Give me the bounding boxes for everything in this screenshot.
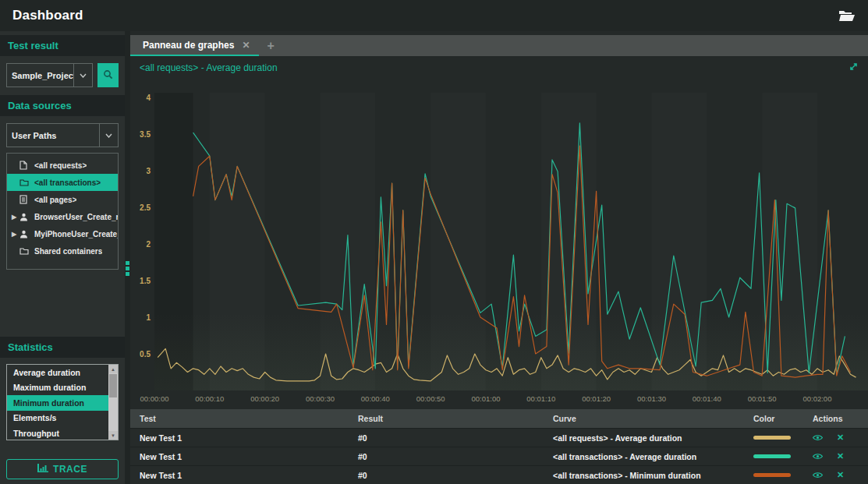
- actions-cell: ✕: [803, 451, 868, 461]
- toggle-visibility-icon[interactable]: [813, 472, 823, 479]
- x-axis-tick-label: 00:01:30: [637, 394, 666, 403]
- actions-cell: ✕: [803, 470, 868, 480]
- y-axis-tick-label: 2: [146, 240, 151, 249]
- result-id: #0: [349, 452, 544, 461]
- column-header: Result: [349, 414, 544, 423]
- bar-chart-icon: [37, 464, 48, 475]
- statistic-item[interactable]: Average duration: [7, 365, 108, 380]
- sidebar-splitter[interactable]: [125, 31, 130, 484]
- toggle-visibility-icon[interactable]: [813, 453, 823, 460]
- scrollbar[interactable]: ▲ ▼: [108, 365, 118, 440]
- y-axis-tick-label: 4: [146, 94, 151, 102]
- tab-bar: Panneau de graphes ✕ +: [130, 35, 868, 56]
- line-chart[interactable]: 0.511.522.533.54 00:00:0000:00:1000:00:2…: [130, 79, 868, 409]
- y-axis-tick-label: 3: [146, 167, 151, 175]
- tree-item[interactable]: <all transactions>: [7, 174, 118, 191]
- result-id: #0: [349, 433, 544, 443]
- x-axis-tick-label: 00:00:10: [195, 394, 224, 403]
- color-cell: [744, 436, 803, 440]
- open-folder-icon[interactable]: [838, 9, 856, 23]
- trace-button[interactable]: TRACE: [6, 459, 119, 479]
- caret-right-icon[interactable]: ▶: [12, 214, 19, 221]
- x-axis-tick-label: 00:01:50: [748, 394, 777, 403]
- tree-item[interactable]: <all pages>: [7, 191, 118, 208]
- x-axis-tick-label: 00:01:10: [526, 394, 555, 403]
- folder-icon: [19, 178, 30, 187]
- project-select[interactable]: Sample_Project - N: [6, 63, 93, 87]
- chevron-down-icon: [99, 124, 118, 147]
- tree-item[interactable]: Shared containers: [7, 242, 118, 260]
- table-row: New Test 1#0<all transactions> - Average…: [130, 447, 868, 465]
- tab-panneau-de-graphes[interactable]: Panneau de graphes ✕: [130, 35, 259, 56]
- project-select-value: Sample_Project - N: [7, 64, 73, 87]
- curve-color-swatch: [753, 436, 791, 440]
- actions-cell: ✕: [803, 433, 868, 443]
- y-axis-tick-label: 3.5: [140, 130, 151, 139]
- top-bar: Dashboard: [0, 0, 868, 31]
- data-sources-header: Data sources: [0, 95, 125, 116]
- caret-right-icon[interactable]: ▶: [12, 231, 19, 238]
- statistic-item[interactable]: Minimum duration: [7, 395, 108, 411]
- tree-item-label: <all transactions>: [34, 178, 101, 187]
- y-axis-tick-label: 2.5: [140, 203, 151, 212]
- search-icon: [103, 69, 113, 82]
- test-name: New Test 1: [130, 433, 349, 443]
- column-header: Color: [744, 414, 803, 423]
- column-header: Curve: [544, 414, 744, 423]
- user-icon: [19, 212, 30, 221]
- scroll-up-icon[interactable]: ▲: [108, 365, 118, 373]
- x-axis-tick-label: 00:01:00: [471, 394, 500, 403]
- curve-name: <all requests> - Average duration: [544, 433, 744, 443]
- tree-item-label: BrowserUser_Create_report: [34, 213, 118, 221]
- statistics-listbox: Average durationMaximum durationMinimum …: [6, 364, 119, 440]
- scroll-down-icon[interactable]: ▼: [108, 431, 118, 440]
- curve-name: <all transactions> - Minimum duration: [544, 471, 744, 480]
- x-axis-tick-label: 00:00:20: [250, 394, 279, 403]
- file-icon: [19, 161, 30, 170]
- x-axis-tick-label: 00:00:40: [361, 394, 390, 403]
- x-axis-tick-label: 00:02:00: [802, 394, 831, 403]
- datasource-select-value: User Paths: [7, 124, 99, 147]
- file-text-icon: [19, 195, 30, 204]
- page-title: Dashboard: [12, 8, 83, 23]
- expand-chart-icon[interactable]: [849, 61, 859, 75]
- test-name: New Test 1: [130, 471, 349, 480]
- column-header: Actions: [803, 414, 868, 423]
- splitter-handle-icon: [126, 261, 129, 276]
- chart-title: <all requests> - Average duration: [140, 62, 278, 73]
- result-id: #0: [349, 471, 544, 480]
- search-button[interactable]: [97, 63, 119, 87]
- curve-color-swatch: [753, 454, 791, 458]
- x-axis-tick-label: 00:00:00: [140, 394, 169, 403]
- column-header: Test: [130, 414, 349, 423]
- statistic-item[interactable]: Maximum duration: [7, 380, 108, 396]
- color-cell: [744, 454, 803, 458]
- curve-table-header: TestResultCurveColorActions: [130, 409, 868, 428]
- chevron-down-icon: [73, 64, 92, 87]
- statistic-item[interactable]: Elements/s: [7, 411, 108, 426]
- remove-curve-icon[interactable]: ✕: [837, 470, 844, 480]
- folder-icon: [19, 246, 30, 256]
- remove-curve-icon[interactable]: ✕: [837, 451, 844, 461]
- add-tab-icon[interactable]: +: [259, 39, 282, 53]
- remove-curve-icon[interactable]: ✕: [837, 433, 844, 443]
- x-axis-tick-label: 00:00:50: [416, 394, 445, 403]
- statistics-header: Statistics: [0, 337, 125, 358]
- tab-close-icon[interactable]: ✕: [242, 40, 250, 51]
- tree-item-label: MyiPhoneUser_Create_report: [34, 230, 118, 238]
- tab-label: Panneau de graphes: [143, 40, 234, 51]
- tree-item[interactable]: <all requests>: [7, 157, 118, 174]
- statistic-item[interactable]: Throughput: [7, 426, 108, 440]
- x-axis-tick-label: 00:00:30: [306, 394, 335, 403]
- scrollbar-thumb[interactable]: [109, 374, 117, 397]
- tree-item[interactable]: ▶MyiPhoneUser_Create_report: [7, 225, 118, 242]
- y-axis-tick-label: 0.5: [140, 350, 151, 359]
- curve-table: TestResultCurveColorActions New Test 1#0…: [130, 409, 868, 484]
- toggle-visibility-icon[interactable]: [813, 434, 823, 441]
- y-axis-tick-label: 1.5: [140, 277, 151, 285]
- datasource-select[interactable]: User Paths: [6, 123, 119, 147]
- sidebar: Test result Sample_Project - N Data sour…: [0, 31, 125, 484]
- trace-button-label: TRACE: [53, 464, 87, 475]
- tree-item[interactable]: ▶BrowserUser_Create_report: [7, 208, 118, 225]
- tree-item-label: Shared containers: [34, 247, 102, 256]
